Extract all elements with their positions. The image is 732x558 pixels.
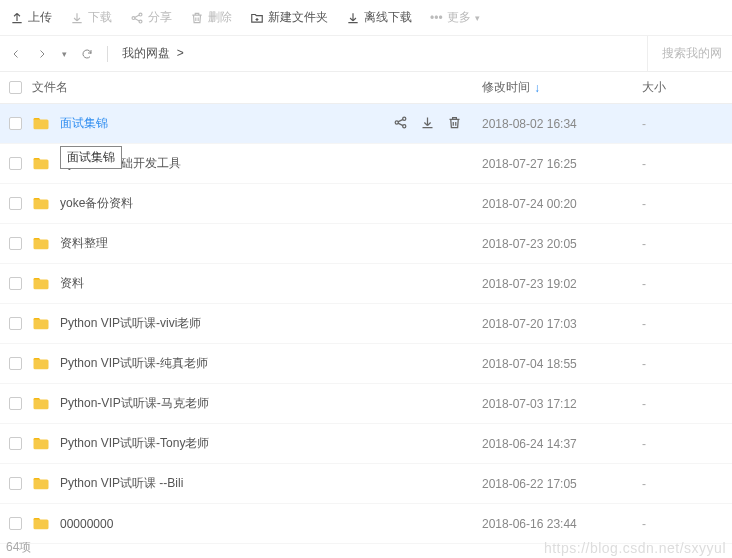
folder-icon xyxy=(30,515,52,533)
table-row[interactable]: 资料整理 2018-07-23 20:05 - xyxy=(0,224,732,264)
search-placeholder: 搜索我的网 xyxy=(662,45,722,62)
table-row[interactable]: Python VIP试听课 --Bili 2018-06-22 17:05 - xyxy=(0,464,732,504)
cloud-download-icon xyxy=(346,11,360,25)
row-checkbox[interactable] xyxy=(9,317,22,330)
new-folder-icon xyxy=(250,11,264,25)
row-checkbox[interactable] xyxy=(9,397,22,410)
trash-icon xyxy=(190,11,204,25)
file-time: 2018-06-24 14:37 xyxy=(482,437,642,451)
table-header: 文件名 修改时间↓ 大小 xyxy=(0,72,732,104)
watermark: https://blog.csdn.net/sxyyul xyxy=(544,540,726,556)
file-time: 2018-07-23 20:05 xyxy=(482,237,642,251)
breadcrumb-sep: > xyxy=(177,46,184,60)
file-size: - xyxy=(642,437,732,451)
chevron-down-icon: ▾ xyxy=(475,13,480,23)
file-time: 2018-07-03 17:12 xyxy=(482,397,642,411)
row-checkbox[interactable] xyxy=(9,157,22,170)
table-row[interactable]: Python VIP试听课-Tony老师 2018-06-24 14:37 - xyxy=(0,424,732,464)
folder-icon xyxy=(30,395,52,413)
more-label: 更多 xyxy=(447,9,471,26)
file-time: 2018-07-23 19:02 xyxy=(482,277,642,291)
row-checkbox[interactable] xyxy=(9,277,22,290)
table-row[interactable]: 00000000 2018-06-16 23:44 - xyxy=(0,504,732,544)
upload-button[interactable]: 上传 xyxy=(10,9,52,26)
file-name[interactable]: Python-VIP试听课-马克老师 xyxy=(60,395,209,412)
row-checkbox[interactable] xyxy=(9,517,22,530)
download-icon xyxy=(70,11,84,25)
table-row[interactable]: Python VIP试听课-纯真老师 2018-07-04 18:55 - xyxy=(0,344,732,384)
file-size: - xyxy=(642,317,732,331)
share-icon xyxy=(130,11,144,25)
folder-icon xyxy=(30,315,52,333)
dropdown-button[interactable]: ▾ xyxy=(62,49,67,59)
back-button[interactable] xyxy=(10,48,22,60)
status-bar: 64项 xyxy=(0,536,31,558)
file-name[interactable]: Python VIP试听课-纯真老师 xyxy=(60,355,208,372)
file-size: - xyxy=(642,237,732,251)
file-size: - xyxy=(642,517,732,531)
file-name[interactable]: 资料整理 xyxy=(60,235,108,252)
table-row[interactable]: Python VIP试听课-vivi老师 2018-07-20 17:03 - xyxy=(0,304,732,344)
row-checkbox[interactable] xyxy=(9,477,22,490)
refresh-icon xyxy=(81,48,93,60)
sort-descending-icon: ↓ xyxy=(534,81,540,95)
folder-icon xyxy=(30,155,52,173)
file-time: 2018-07-27 16:25 xyxy=(482,157,642,171)
column-name[interactable]: 文件名 xyxy=(30,79,482,96)
file-name[interactable]: Python VIP试听课-vivi老师 xyxy=(60,315,201,332)
file-size: - xyxy=(642,117,732,131)
file-name[interactable]: yoke备份资料 xyxy=(60,195,133,212)
column-time-label: 修改时间 xyxy=(482,79,530,96)
file-size: - xyxy=(642,397,732,411)
share-icon[interactable] xyxy=(393,115,408,133)
column-size[interactable]: 大小 xyxy=(642,79,732,96)
delete-button[interactable]: 删除 xyxy=(190,9,232,26)
search-input[interactable]: 搜索我的网 xyxy=(647,36,722,71)
row-checkbox[interactable] xyxy=(9,437,22,450)
folder-icon xyxy=(30,235,52,253)
file-time: 2018-07-04 18:55 xyxy=(482,357,642,371)
table-row[interactable]: 资料 2018-07-23 19:02 - xyxy=(0,264,732,304)
column-time[interactable]: 修改时间↓ xyxy=(482,79,642,96)
refresh-button[interactable] xyxy=(81,48,93,60)
file-time: 2018-06-16 23:44 xyxy=(482,517,642,531)
row-checkbox[interactable] xyxy=(9,117,22,130)
file-name[interactable]: Python VIP试听课-Tony老师 xyxy=(60,435,209,452)
download-icon[interactable] xyxy=(420,115,435,133)
table-row[interactable]: Python-VIP试听课-马克老师 2018-07-03 17:12 - xyxy=(0,384,732,424)
forward-button[interactable] xyxy=(36,48,48,60)
file-name[interactable]: Python VIP试听课 --Bili xyxy=(60,475,183,492)
file-time: 2018-08-02 16:34 xyxy=(482,117,642,131)
more-button[interactable]: •••更多 ▾ xyxy=(430,9,480,26)
navbar: ▾ 我的网盘 > 搜索我的网 xyxy=(0,36,732,72)
file-name[interactable]: 00000000 xyxy=(60,517,113,531)
select-all-checkbox[interactable] xyxy=(9,81,22,94)
chevron-left-icon xyxy=(10,48,22,60)
table-row[interactable]: 面试集锦 2018-08-02 16:34 - xyxy=(0,104,732,144)
offline-download-button[interactable]: 离线下载 xyxy=(346,9,412,26)
row-checkbox[interactable] xyxy=(9,237,22,250)
folder-icon xyxy=(30,355,52,373)
file-size: - xyxy=(642,277,732,291)
download-button[interactable]: 下载 xyxy=(70,9,112,26)
file-name[interactable]: 资料 xyxy=(60,275,84,292)
file-size: - xyxy=(642,197,732,211)
row-checkbox[interactable] xyxy=(9,197,22,210)
row-checkbox[interactable] xyxy=(9,357,22,370)
new-folder-button[interactable]: 新建文件夹 xyxy=(250,9,328,26)
folder-icon xyxy=(30,275,52,293)
share-button[interactable]: 分享 xyxy=(130,9,172,26)
file-size: - xyxy=(642,157,732,171)
trash-icon[interactable] xyxy=(447,115,462,133)
folder-icon xyxy=(30,195,52,213)
tooltip: 面试集锦 xyxy=(60,146,122,169)
file-time: 2018-06-22 17:05 xyxy=(482,477,642,491)
table-row[interactable]: yoke备份资料 2018-07-24 00:20 - xyxy=(0,184,732,224)
folder-icon xyxy=(30,475,52,493)
file-size: - xyxy=(642,357,732,371)
breadcrumb[interactable]: 我的网盘 > xyxy=(122,45,184,62)
upload-label: 上传 xyxy=(28,9,52,26)
file-time: 2018-07-24 00:20 xyxy=(482,197,642,211)
file-name[interactable]: 面试集锦 xyxy=(60,115,108,132)
share-label: 分享 xyxy=(148,9,172,26)
